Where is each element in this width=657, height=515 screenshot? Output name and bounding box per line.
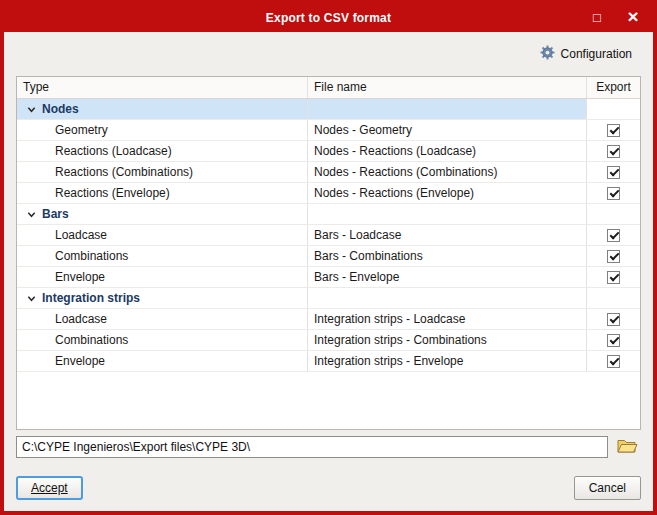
- maximize-button[interactable]: □: [579, 4, 615, 32]
- dialog-buttons: Accept Cancel: [16, 476, 641, 500]
- configuration-button[interactable]: Configuration: [531, 40, 641, 68]
- dialog-content: Configuration Type File name Export Node…: [4, 32, 653, 511]
- table-row[interactable]: Reactions (Envelope)Nodes - Reactions (E…: [17, 183, 640, 204]
- row-filename: Nodes - Reactions (Combinations): [314, 162, 497, 182]
- chevron-down-icon[interactable]: [27, 210, 36, 219]
- chevron-down-icon[interactable]: [27, 294, 36, 303]
- row-type-label: Reactions (Combinations): [55, 162, 193, 182]
- row-filename: Integration strips - Envelope: [314, 351, 463, 371]
- row-type-label: Geometry: [55, 120, 108, 140]
- window-controls: □ ×: [579, 4, 651, 32]
- table-body: NodesGeometryNodes - GeometryReactions (…: [17, 99, 640, 429]
- titlebar[interactable]: Export to CSV format □ ×: [4, 4, 653, 32]
- row-filename: Nodes - Reactions (Envelope): [314, 183, 474, 203]
- export-checkbox[interactable]: [607, 124, 620, 137]
- table-row[interactable]: LoadcaseIntegration strips - Loadcase: [17, 309, 640, 330]
- group-row[interactable]: Bars: [17, 204, 640, 225]
- gear-icon: [540, 45, 555, 63]
- configuration-row: Configuration: [16, 32, 641, 76]
- export-checkbox[interactable]: [607, 271, 620, 284]
- export-table: Type File name Export NodesGeometryNodes…: [16, 76, 641, 430]
- export-checkbox[interactable]: [607, 187, 620, 200]
- export-checkbox[interactable]: [607, 166, 620, 179]
- row-type-label: Envelope: [55, 351, 105, 371]
- close-button[interactable]: ×: [615, 4, 651, 32]
- accept-button[interactable]: Accept: [16, 476, 83, 500]
- column-header-type[interactable]: Type: [17, 77, 308, 98]
- table-header: Type File name Export: [17, 77, 640, 99]
- row-filename: Bars - Loadcase: [314, 225, 401, 245]
- row-type-label: Reactions (Envelope): [55, 183, 170, 203]
- browse-folder-button[interactable]: [613, 436, 641, 458]
- export-path-input[interactable]: [16, 436, 608, 458]
- group-label: Bars: [42, 204, 69, 224]
- row-filename: Bars - Combinations: [314, 246, 423, 266]
- row-filename: Nodes - Reactions (Loadcase): [314, 141, 476, 161]
- accept-label: Accept: [31, 481, 68, 495]
- table-row[interactable]: Reactions (Combinations)Nodes - Reaction…: [17, 162, 640, 183]
- row-type-label: Loadcase: [55, 309, 107, 329]
- group-label: Integration strips: [42, 288, 140, 308]
- table-row[interactable]: EnvelopeBars - Envelope: [17, 267, 640, 288]
- row-filename: Integration strips - Combinations: [314, 330, 487, 350]
- table-row[interactable]: CombinationsIntegration strips - Combina…: [17, 330, 640, 351]
- row-type-label: Combinations: [55, 330, 128, 350]
- group-row[interactable]: Nodes: [17, 99, 640, 120]
- export-checkbox[interactable]: [607, 334, 620, 347]
- group-row[interactable]: Integration strips: [17, 288, 640, 309]
- export-path-row: [16, 436, 641, 458]
- dialog-title: Export to CSV format: [4, 11, 653, 25]
- table-row[interactable]: GeometryNodes - Geometry: [17, 120, 640, 141]
- table-row[interactable]: Reactions (Loadcase)Nodes - Reactions (L…: [17, 141, 640, 162]
- cancel-button[interactable]: Cancel: [574, 476, 641, 500]
- row-filename: Bars - Envelope: [314, 267, 399, 287]
- table-row[interactable]: LoadcaseBars - Loadcase: [17, 225, 640, 246]
- row-type-label: Loadcase: [55, 225, 107, 245]
- table-row[interactable]: EnvelopeIntegration strips - Envelope: [17, 351, 640, 372]
- export-checkbox[interactable]: [607, 145, 620, 158]
- table-row[interactable]: CombinationsBars - Combinations: [17, 246, 640, 267]
- export-checkbox[interactable]: [607, 355, 620, 368]
- group-label: Nodes: [42, 99, 79, 119]
- row-type-label: Reactions (Loadcase): [55, 141, 172, 161]
- export-checkbox[interactable]: [607, 229, 620, 242]
- open-folder-icon: [617, 437, 638, 457]
- row-type-label: Envelope: [55, 267, 105, 287]
- chevron-down-icon[interactable]: [27, 105, 36, 114]
- configuration-label: Configuration: [561, 47, 632, 61]
- export-checkbox[interactable]: [607, 313, 620, 326]
- row-type-label: Combinations: [55, 246, 128, 266]
- column-header-export[interactable]: Export: [587, 77, 640, 98]
- row-filename: Nodes - Geometry: [314, 120, 412, 140]
- export-checkbox[interactable]: [607, 250, 620, 263]
- row-filename: Integration strips - Loadcase: [314, 309, 465, 329]
- column-header-filename[interactable]: File name: [308, 77, 587, 98]
- export-csv-dialog: Export to CSV format □ ×: [0, 0, 657, 515]
